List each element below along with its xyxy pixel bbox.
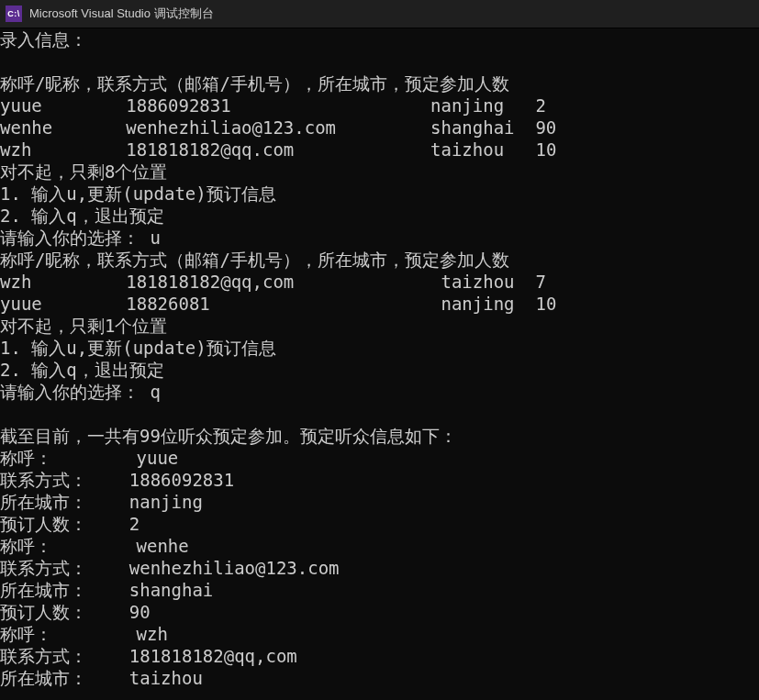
val: wenhezhiliao@123.com <box>129 558 340 578</box>
detail-row: 称呼： wzh <box>0 623 759 645</box>
line-prompt: 请输入你的选择： q <box>0 381 759 403</box>
line-menu1: 1. 输入u,更新(update)预订信息 <box>0 183 759 205</box>
prompt-label: 请输入你的选择： <box>0 382 140 402</box>
lbl-city: 所在城市： <box>0 668 87 688</box>
line-header: 称呼/昵称，联系方式（邮箱/手机号），所在城市，预定参加人数 <box>0 72 759 94</box>
vs-icon: C:\ <box>6 6 22 22</box>
lbl-name: 称呼： <box>0 448 52 468</box>
entry2-row: wzh 181818182@qq,com taizhou 7 <box>0 271 759 293</box>
detail-row: 预订人数： 2 <box>0 513 759 535</box>
e1-contact: wenhezhiliao@123.com <box>126 117 336 138</box>
lbl-city: 所在城市： <box>0 580 87 600</box>
e2-count: 7 <box>535 272 545 292</box>
e1-city: nanjing <box>430 95 504 116</box>
e1-city: shanghai <box>430 117 515 138</box>
e2-contact: 181818182@qq,com <box>126 272 294 292</box>
e1-count: 2 <box>535 95 545 116</box>
window-title: Microsoft Visual Studio 调试控制台 <box>29 6 214 22</box>
prompt-label: 请输入你的选择： <box>0 228 140 248</box>
lbl-city: 所在城市： <box>0 492 87 512</box>
lbl-name: 称呼： <box>0 536 52 556</box>
line-prompt: 请输入你的选择： u <box>0 227 759 249</box>
e2-count: 10 <box>535 294 556 314</box>
detail-row: 所在城市： nanjing <box>0 491 759 513</box>
e2-contact: 18826081 <box>126 294 210 314</box>
e1-name: wzh <box>0 139 31 160</box>
e2-city: taizhou <box>441 272 514 292</box>
e1-contact: 181818182@qq.com <box>126 139 294 160</box>
val: wzh <box>137 624 168 644</box>
lbl-contact: 联系方式： <box>0 470 87 490</box>
line-remain: 对不起，只剩1个位置 <box>0 315 759 337</box>
blank <box>0 403 759 425</box>
e1-count: 90 <box>535 117 556 138</box>
console-output[interactable]: 录入信息： 称呼/昵称，联系方式（邮箱/手机号），所在城市，预定参加人数yuue… <box>0 28 759 700</box>
e1-name: wenhe <box>0 117 52 138</box>
entry1-row: wenhe wenhezhiliao@123.com shanghai 90 <box>0 117 759 139</box>
lbl-contact: 联系方式： <box>0 646 87 666</box>
val: nanjing <box>129 492 203 512</box>
detail-row: 联系方式： 181818182@qq,com <box>0 645 759 667</box>
lbl-contact: 联系方式： <box>0 558 87 578</box>
line-menu1: 1. 输入u,更新(update)预订信息 <box>0 337 759 359</box>
val: wenhe <box>137 536 189 556</box>
e2-name: yuue <box>0 294 42 314</box>
entry1-row: wzh 181818182@qq.com taizhou 10 <box>0 139 759 161</box>
val: 90 <box>129 602 151 622</box>
entry2-row: yuue 18826081 nanjing 10 <box>0 293 759 315</box>
detail-row: 所在城市： shanghai <box>0 579 759 601</box>
lbl-count: 预订人数： <box>0 514 87 534</box>
vs-icon-text: C:\ <box>7 9 20 18</box>
line-intro: 录入信息： <box>0 28 759 50</box>
val: 1886092831 <box>129 470 234 490</box>
e1-contact: 1886092831 <box>126 95 230 116</box>
detail-row: 称呼： wenhe <box>0 535 759 557</box>
e2-name: wzh <box>0 272 31 292</box>
e1-name: yuue <box>0 95 42 116</box>
e1-count: 10 <box>535 139 556 160</box>
window: C:\ Microsoft Visual Studio 调试控制台 录入信息： … <box>0 0 759 700</box>
detail-row: 预订人数： 90 <box>0 601 759 623</box>
detail-row: 所在城市： taizhou <box>0 667 759 689</box>
entry1-row: yuue 1886092831 nanjing 2 <box>0 94 759 117</box>
titlebar[interactable]: C:\ Microsoft Visual Studio 调试控制台 <box>0 0 759 28</box>
val: 181818182@qq,com <box>129 646 297 666</box>
blank <box>0 50 759 72</box>
detail-row: 联系方式： wenhezhiliao@123.com <box>0 557 759 579</box>
val: shanghai <box>129 580 214 600</box>
lbl-count: 预订人数： <box>0 602 87 622</box>
line-summary: 截至目前，一共有99位听众预定参加。预定听众信息如下： <box>0 425 759 447</box>
val: yuue <box>137 448 179 468</box>
line-remain: 对不起，只剩8个位置 <box>0 161 759 183</box>
val: 2 <box>129 514 140 534</box>
line-menu2: 2. 输入q，退出预定 <box>0 205 759 227</box>
line-menu2: 2. 输入q，退出预定 <box>0 359 759 381</box>
detail-row: 联系方式： 1886092831 <box>0 469 759 491</box>
lbl-name: 称呼： <box>0 624 52 644</box>
detail-row: 称呼： yuue <box>0 447 759 469</box>
e1-city: taizhou <box>430 139 504 160</box>
line-header: 称呼/昵称，联系方式（邮箱/手机号），所在城市，预定参加人数 <box>0 249 759 271</box>
val: taizhou <box>129 668 203 688</box>
prompt-choice: u <box>150 228 160 248</box>
prompt-choice: q <box>150 382 160 402</box>
e2-city: nanjing <box>441 294 514 314</box>
